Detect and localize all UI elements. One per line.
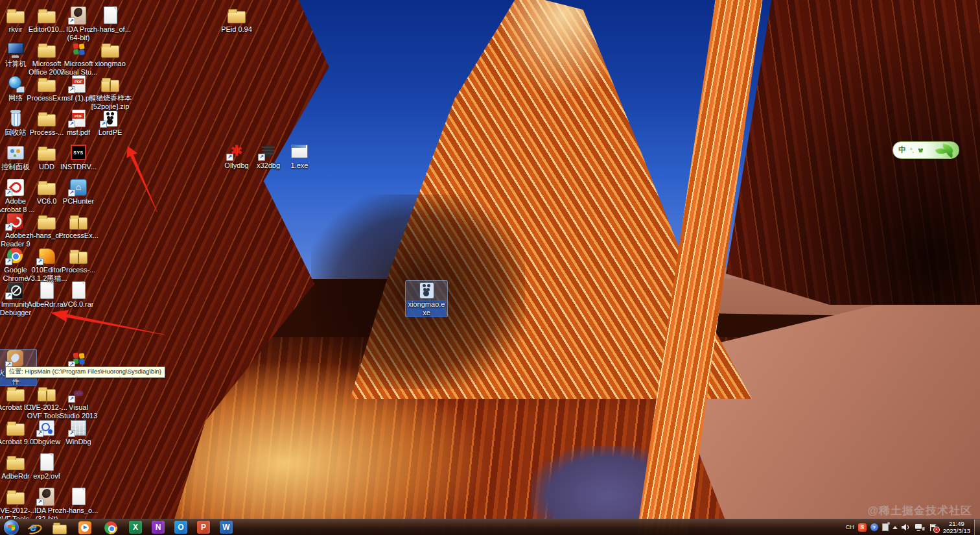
network-icon	[5, 74, 27, 93]
shortcut-arrow-icon: ↗	[36, 499, 43, 506]
zip-icon	[99, 74, 121, 93]
desktop-icon[interactable]: ⌂↗PCHunter	[57, 177, 100, 206]
zip-icon	[67, 246, 89, 265]
recycle-icon	[5, 108, 27, 128]
clock-date: 2023/3/13	[943, 527, 970, 534]
taskbar-icon-internet-explorer[interactable]: e	[25, 520, 41, 535]
folder-icon	[36, 108, 58, 128]
tray-misc-icon[interactable]	[882, 523, 889, 531]
desktop-icon-label: UDD	[39, 163, 54, 171]
shortcut-arrow-icon: ↗	[68, 396, 75, 403]
sogou-ime-icon[interactable]: S	[858, 523, 867, 532]
taskbar-icon-excel[interactable]: X	[129, 521, 142, 534]
tooltip: 位置: HipsMain (C:\Program Files\Huorong\S…	[5, 366, 165, 378]
desktop-icon[interactable]: ↗LordPE	[89, 108, 132, 137]
immunity-icon: ↗	[5, 280, 27, 300]
volume-icon[interactable]	[902, 523, 911, 531]
folder-icon	[36, 74, 58, 93]
show-desktop-button[interactable]	[974, 519, 980, 535]
taskbar: e▶XNOPW CH S ? 21:49 2023/3/13	[0, 519, 980, 535]
desktop-icon-label: PCHunter	[63, 197, 94, 206]
desktop-icon[interactable]: Process-...	[57, 246, 100, 274]
ida-icon: ↗	[36, 486, 58, 506]
x32dbg-icon: ↗	[257, 141, 279, 161]
desktop-icon-label: zh-hans_of...	[89, 25, 131, 34]
hidden-icons-arrow[interactable]	[892, 526, 898, 529]
desktop-icon[interactable]: xiongmao.e xe	[405, 280, 448, 317]
shortcut-arrow-icon: ↗	[226, 154, 233, 161]
desktop-icon-label: 计算机	[5, 60, 27, 68]
control-icon	[5, 143, 27, 162]
taskbar-icon-word[interactable]: W	[220, 521, 233, 534]
desktop-icon[interactable]: ProcessEx...	[57, 211, 100, 240]
ime-punctuation-icon[interactable]: °,	[910, 147, 914, 154]
shortcut-arrow-icon: ↗	[36, 258, 43, 265]
desktop-icon-label: ProcessEx...	[58, 232, 99, 240]
shortcut-arrow-icon: ↗	[5, 258, 12, 265]
olly-icon: ✱↗	[226, 141, 248, 161]
folder-icon	[5, 486, 27, 506]
ime-language-bar[interactable]: 中 °,	[892, 141, 959, 159]
exe-icon	[288, 141, 310, 161]
desktop-icon[interactable]: xiongmao	[89, 40, 132, 68]
desktop-icon-label: msf.pdf	[67, 128, 90, 137]
taskbar-icon-powerpoint[interactable]: P	[197, 521, 210, 534]
desktop-icon-label: VC6.0	[37, 197, 57, 206]
start-button[interactable]	[4, 520, 19, 535]
desktop-icon[interactable]: 1.exe	[278, 141, 321, 170]
folder-icon	[36, 40, 58, 59]
folder-icon	[36, 143, 58, 162]
desktop-icon-label: VC6.0.rar	[63, 300, 93, 309]
leaf-decoration-icon	[936, 144, 955, 157]
taskbar-icon-outlook[interactable]: O	[174, 521, 187, 534]
doc-icon	[67, 280, 89, 300]
desktop-icon-label: 网络	[8, 94, 23, 102]
shortcut-arrow-icon: ↗	[258, 154, 265, 161]
ida-icon: ↗	[67, 5, 89, 25]
desktop-icon-label: Process-...	[62, 266, 96, 274]
desktop-icon-layer[interactable]: rkvirEditor010...↗IDA Pro (64-bit)zh-han…	[0, 0, 980, 535]
desktop-icon[interactable]: 熊猫烧香样本 [52pojie].zip	[89, 74, 132, 111]
vs-icon: ∞↗	[67, 383, 89, 403]
folder-icon	[36, 211, 58, 231]
watermark: @稀土掘金技术社区	[867, 503, 972, 518]
action-center-flag-icon[interactable]	[929, 523, 938, 532]
desktop-icon[interactable]: exp2.ovf	[25, 452, 68, 481]
desktop-icon[interactable]: SYSINSTDRV...	[57, 143, 100, 171]
taskbar-icon-wmp[interactable]: ▶	[77, 520, 93, 535]
desktop-icon[interactable]: ∞↗Visual Studio 2013	[57, 383, 100, 420]
doc-icon	[67, 486, 89, 506]
folder-icon	[5, 418, 27, 437]
taskbar-icon-explorer[interactable]	[51, 520, 67, 535]
desktop-icon[interactable]: PEid 0.94	[215, 5, 258, 34]
folder-icon	[226, 5, 248, 25]
folder-icon	[5, 5, 27, 25]
taskbar-icon-onenote[interactable]: N	[152, 521, 165, 534]
network-icon[interactable]	[915, 523, 925, 532]
reader9-icon: ↗	[5, 211, 27, 231]
folder-icon	[5, 383, 27, 403]
language-indicator[interactable]: CH	[846, 524, 854, 530]
clock-time: 21:49	[949, 520, 964, 527]
clock[interactable]: 21:49 2023/3/13	[943, 520, 970, 534]
desktop-icon-label: LordPE	[99, 128, 122, 137]
shortcut-arrow-icon: ↗	[36, 430, 43, 437]
shortcut-arrow-icon: ↗	[68, 86, 75, 93]
shortcut-arrow-icon: ↗	[5, 292, 12, 300]
editor010-icon: ↗	[36, 246, 58, 265]
ime-tools-icon[interactable]	[918, 148, 924, 153]
desktop-icon[interactable]: zh-hans_of...	[89, 5, 132, 34]
shortcut-arrow-icon: ↗	[68, 121, 75, 128]
taskbar-icon-chrome[interactable]	[103, 520, 119, 535]
folder-icon	[5, 452, 27, 471]
desktop-icon[interactable]: zh-hans_o...	[57, 486, 100, 515]
shortcut-arrow-icon: ↗	[68, 189, 75, 196]
panda-icon	[415, 280, 438, 300]
desktop-icon[interactable]: VC6.0.rar	[57, 280, 100, 309]
error-badge-icon	[933, 527, 940, 533]
desktop-icon[interactable]: ↗WinDbg	[57, 418, 100, 446]
shortcut-arrow-icon: ↗	[68, 18, 75, 25]
ime-mode-chinese[interactable]: 中	[898, 145, 906, 156]
taskbar-pinned: e▶XNOPW	[25, 520, 233, 535]
help-tray-icon[interactable]: ?	[870, 523, 878, 531]
